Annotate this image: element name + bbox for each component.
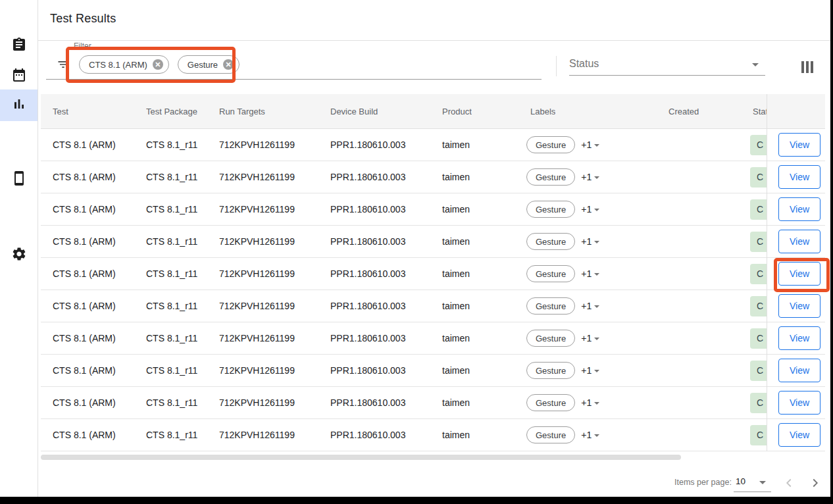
- view-columns-icon[interactable]: [801, 61, 813, 73]
- chevron-down-icon[interactable]: [594, 144, 599, 147]
- cell-labels: Gesture +1: [526, 419, 599, 451]
- cell-device-build: PPR1.180610.003: [330, 387, 405, 418]
- chevron-down-icon[interactable]: [594, 338, 599, 340]
- cell-run-targets: 712KPVH1261199: [219, 355, 295, 386]
- items-per-page-select[interactable]: 10: [736, 476, 745, 486]
- view-button[interactable]: View: [778, 197, 820, 221]
- more-labels[interactable]: +1: [581, 172, 592, 182]
- cancel-icon[interactable]: ✕: [153, 59, 163, 70]
- chevron-down-icon[interactable]: [594, 402, 599, 405]
- sidebar: [0, 0, 38, 497]
- label-chip[interactable]: Gesture: [526, 201, 575, 218]
- cell-product: taimen: [442, 193, 470, 225]
- view-button[interactable]: View: [778, 326, 820, 350]
- chevron-down-icon[interactable]: [594, 241, 599, 243]
- chevron-down-icon[interactable]: [759, 481, 766, 484]
- calendar-icon: [11, 67, 27, 86]
- cell-test-package: CTS 8.1_r11: [146, 193, 197, 225]
- status-badge-text: C: [750, 232, 767, 252]
- cell-run-targets: 712KPVH1261199: [219, 226, 295, 257]
- label-chip[interactable]: Gesture: [526, 136, 575, 153]
- view-button[interactable]: View: [778, 294, 820, 318]
- sidebar-item-test-plans[interactable]: [0, 30, 38, 62]
- more-labels[interactable]: +1: [581, 204, 592, 214]
- status-badge: C: [750, 264, 767, 284]
- view-button[interactable]: View: [778, 423, 820, 447]
- next-page-button[interactable]: [807, 475, 824, 492]
- cell-device-build: PPR1.180610.003: [330, 322, 405, 354]
- chevron-down-icon[interactable]: [594, 176, 599, 179]
- cell-labels: Gesture +1: [526, 290, 599, 322]
- filter-list-icon: [57, 58, 70, 71]
- filter-chip-cts[interactable]: CTS 8.1 (ARM) ✕: [79, 55, 169, 74]
- status-badge: C: [750, 232, 767, 252]
- column-header-product: Product: [442, 94, 472, 129]
- filter-chip-input[interactable]: CTS 8.1 (ARM) ✕ Gesture ✕: [79, 55, 240, 74]
- label-chip[interactable]: Gesture: [526, 330, 575, 347]
- cell-labels: Gesture +1: [526, 322, 599, 354]
- filter-chip-gesture[interactable]: Gesture ✕: [178, 55, 240, 74]
- cell-run-targets: 712KPVH1261199: [219, 258, 295, 290]
- cancel-icon[interactable]: ✕: [223, 59, 234, 70]
- more-labels[interactable]: +1: [581, 139, 592, 150]
- label-chip[interactable]: Gesture: [526, 362, 575, 379]
- view-button[interactable]: View: [778, 165, 820, 189]
- cell-test: CTS 8.1 (ARM): [53, 355, 116, 386]
- cell-product: taimen: [442, 290, 470, 322]
- cell-labels: Gesture +1: [526, 129, 599, 161]
- chevron-down-icon[interactable]: [594, 305, 599, 308]
- status-badge: C: [750, 135, 767, 155]
- cell-test-package: CTS 8.1_r11: [146, 419, 197, 451]
- view-button[interactable]: View: [778, 391, 820, 415]
- more-labels[interactable]: +1: [581, 268, 592, 279]
- cell-product: taimen: [442, 161, 470, 193]
- horizontal-scrollbar[interactable]: [41, 455, 681, 460]
- status-select[interactable]: Status: [569, 58, 765, 72]
- status-badge: C: [750, 361, 767, 381]
- cell-test: CTS 8.1 (ARM): [53, 161, 116, 193]
- view-button[interactable]: View: [778, 262, 820, 286]
- column-header-test: Test: [53, 94, 68, 129]
- cell-labels: Gesture +1: [526, 258, 599, 290]
- cell-device-build: PPR1.180610.003: [330, 419, 405, 451]
- column-header-device-build: Device Build: [330, 94, 378, 129]
- cell-labels: Gesture +1: [526, 193, 599, 225]
- status-badge-text: C: [750, 425, 767, 445]
- more-labels[interactable]: +1: [581, 365, 592, 376]
- label-chip[interactable]: Gesture: [526, 426, 575, 443]
- table-row: CTS 8.1 (ARM) CTS 8.1_r11 712KPVH1261199…: [41, 322, 825, 355]
- sidebar-item-schedule[interactable]: [0, 61, 38, 92]
- more-labels[interactable]: +1: [581, 301, 592, 311]
- sidebar-item-settings[interactable]: [0, 239, 38, 271]
- cell-product: taimen: [442, 419, 470, 451]
- label-chip[interactable]: Gesture: [526, 265, 575, 282]
- column-header-status: Status: [753, 94, 767, 129]
- chevron-down-icon[interactable]: [594, 273, 599, 276]
- previous-page-button[interactable]: [780, 475, 797, 492]
- label-chip[interactable]: Gesture: [526, 233, 575, 250]
- label-chip[interactable]: Gesture: [526, 168, 575, 186]
- cell-device-build: PPR1.180610.003: [330, 193, 405, 225]
- view-button[interactable]: View: [778, 133, 820, 157]
- label-chip[interactable]: Gesture: [526, 394, 575, 411]
- more-labels[interactable]: +1: [581, 333, 592, 343]
- more-labels[interactable]: +1: [581, 397, 592, 408]
- label-chip[interactable]: Gesture: [526, 297, 575, 315]
- table-row: CTS 8.1 (ARM) CTS 8.1_r11 712KPVH1261199…: [41, 161, 825, 193]
- more-labels[interactable]: +1: [581, 430, 592, 440]
- sidebar-item-test-results[interactable]: [0, 89, 38, 121]
- chevron-down-icon[interactable]: [594, 370, 599, 372]
- view-button[interactable]: View: [778, 230, 820, 253]
- smartphone-icon: [11, 170, 27, 189]
- chevron-down-icon[interactable]: [594, 209, 599, 211]
- status-badge: C: [750, 167, 767, 188]
- window-edge-bottom: [0, 497, 833, 504]
- sidebar-item-devices[interactable]: [0, 164, 38, 195]
- more-labels[interactable]: +1: [581, 236, 592, 247]
- status-select-underline: [569, 75, 765, 76]
- view-button[interactable]: View: [778, 359, 820, 382]
- table-row: CTS 8.1 (ARM) CTS 8.1_r11 712KPVH1261199…: [41, 355, 825, 387]
- cell-test: CTS 8.1 (ARM): [53, 419, 116, 451]
- chevron-down-icon[interactable]: [594, 434, 599, 437]
- status-badge: C: [750, 199, 767, 220]
